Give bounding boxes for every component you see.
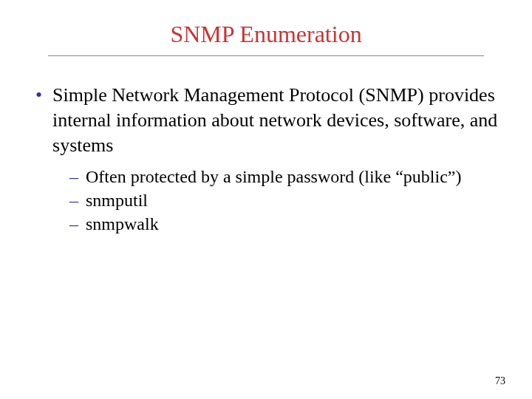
- sub-item: – snmputil: [69, 189, 502, 211]
- sub-text: Often protected by a simple password (li…: [86, 166, 462, 188]
- sub-text: snmputil: [86, 189, 148, 211]
- slide-title: SNMP Enumeration: [30, 21, 502, 48]
- bullet-item: • Simple Network Management Protocol (SN…: [35, 83, 502, 158]
- slide: SNMP Enumeration • Simple Network Manage…: [0, 0, 532, 399]
- sub-item: – snmpwalk: [69, 213, 502, 235]
- sub-marker: –: [69, 189, 78, 211]
- sub-marker: –: [69, 166, 78, 188]
- sub-item: – Often protected by a simple password (…: [69, 166, 502, 188]
- sub-text: snmpwalk: [86, 213, 159, 235]
- bullet-marker: •: [35, 83, 42, 108]
- sub-marker: –: [69, 213, 78, 235]
- title-divider: [48, 55, 484, 56]
- sub-list: – Often protected by a simple password (…: [69, 166, 502, 235]
- bullet-text: Simple Network Management Protocol (SNMP…: [52, 83, 502, 158]
- content-area: • Simple Network Management Protocol (SN…: [30, 83, 502, 235]
- page-number: 73: [495, 375, 505, 387]
